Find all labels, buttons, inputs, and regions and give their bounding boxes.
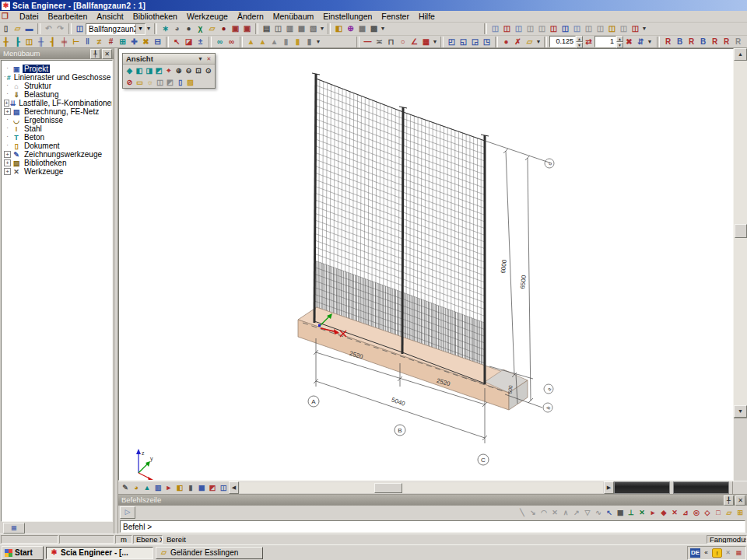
solver-icon[interactable]: ▲ bbox=[269, 37, 280, 47]
horizontal-scroll-track[interactable] bbox=[240, 482, 603, 493]
rb-icon-6[interactable]: R bbox=[721, 37, 732, 47]
minus-box-icon[interactable]: ⊟ bbox=[153, 37, 163, 47]
document-icon[interactable]: ▮ bbox=[293, 37, 303, 47]
redo-icon[interactable]: ↷ bbox=[55, 23, 66, 34]
snap-folder-icon[interactable]: ▱ bbox=[724, 508, 735, 518]
view-panel-7-icon[interactable]: ◫ bbox=[560, 23, 571, 34]
side-view-icon[interactable]: ◨ bbox=[145, 65, 154, 75]
beam-icon[interactable]: ┠ bbox=[12, 37, 23, 47]
support-icon[interactable]: ⊢ bbox=[71, 37, 82, 47]
erase-icon[interactable]: ◪ bbox=[184, 37, 195, 47]
vertical-scroll-track[interactable] bbox=[734, 61, 747, 405]
select-arrow-icon[interactable]: ↖ bbox=[172, 37, 183, 47]
expand-icon[interactable]: + bbox=[4, 159, 11, 166]
scroll-right-icon[interactable]: ▶ bbox=[604, 481, 614, 494]
sidebar-item-projekt[interactable]: ·▣Projekt bbox=[2, 65, 112, 73]
axes-view-icon[interactable]: ⌖ bbox=[164, 65, 174, 75]
view-panel-3-icon[interactable]: ◫ bbox=[514, 23, 524, 34]
cross-link-icon[interactable]: ≠ bbox=[94, 37, 105, 47]
modify-icon[interactable]: ± bbox=[195, 37, 206, 47]
menu-item-werkzeuge[interactable]: Werkzeuge bbox=[182, 12, 233, 21]
new-icon[interactable]: ▯ bbox=[1, 23, 12, 34]
multiplier-spin-arrows[interactable]: ▲▼ bbox=[616, 36, 623, 47]
cleaner-icon[interactable]: ▮ bbox=[304, 37, 315, 47]
sidebar-item-beton[interactable]: ·TBeton bbox=[2, 133, 112, 142]
rb-icon-2[interactable]: B bbox=[675, 37, 686, 47]
strip-back-icon[interactable]: ◀ bbox=[229, 481, 239, 494]
command-input[interactable] bbox=[121, 521, 745, 532]
sidebar-item-struktur[interactable]: ·⌂Struktur bbox=[2, 82, 112, 90]
chain-icon[interactable]: ∗ bbox=[160, 23, 171, 34]
dropdown-icon[interactable]: ▼ bbox=[535, 37, 542, 47]
snap-wave-icon[interactable]: ∿ bbox=[594, 508, 604, 518]
view-panel-12-icon[interactable]: ◫ bbox=[619, 23, 630, 34]
sidebar-item-berechnung-fe-netz[interactable]: +▤Berechnung, FE-Netz bbox=[2, 107, 112, 116]
snap-arc-icon[interactable]: ◠ bbox=[539, 508, 549, 518]
copy-icon[interactable]: ◰ bbox=[447, 37, 458, 47]
center-snap-icon[interactable]: ◎ bbox=[692, 508, 702, 518]
settings-icon[interactable]: ▩ bbox=[369, 23, 380, 34]
menu-item-einstellungen[interactable]: Einstellungen bbox=[318, 12, 377, 21]
cross-del-icon[interactable]: ✖ bbox=[141, 37, 152, 47]
dot-red-icon[interactable]: ● bbox=[501, 37, 512, 47]
light-icon[interactable]: ☼ bbox=[146, 77, 155, 87]
chart-mode-icon[interactable]: ▥ bbox=[153, 483, 163, 493]
scroll-up-icon[interactable]: ▲ bbox=[734, 48, 747, 61]
top-view-icon[interactable]: ◩ bbox=[155, 65, 164, 75]
view-panel-13-icon[interactable]: ◫ bbox=[630, 23, 641, 34]
rb-icon-7[interactable]: R bbox=[733, 37, 744, 47]
taskbar-task-folder[interactable]: ▱ Geländer Esslingen bbox=[156, 547, 263, 559]
panel-red-icon[interactable]: ▣ bbox=[230, 23, 241, 34]
report-icon[interactable]: ▧ bbox=[308, 23, 319, 34]
plate-icon[interactable]: ◫ bbox=[24, 37, 35, 47]
sidebar-item-zeichnungswerkzeuge[interactable]: +✎Zeichnungswerkzeuge bbox=[2, 150, 112, 159]
section-icon[interactable]: ◧ bbox=[175, 483, 185, 493]
menu-item-bibliotheken[interactable]: Bibliotheken bbox=[128, 12, 182, 21]
snap-ne-icon[interactable]: ↗ bbox=[572, 508, 582, 518]
sidebar-item-stahl[interactable]: ·IStahl bbox=[2, 124, 112, 133]
calc-node-icon[interactable]: ▲ bbox=[246, 37, 257, 47]
sidebar-item-dokument[interactable]: ·▯Dokument bbox=[2, 142, 112, 150]
zoom-doc-icon[interactable]: ⊕ bbox=[345, 23, 356, 34]
circle-icon[interactable]: ○ bbox=[398, 37, 409, 47]
security-shield-icon[interactable]: ! bbox=[712, 548, 722, 558]
raster-icon[interactable]: ▦ bbox=[421, 37, 432, 47]
ball-red-icon[interactable]: ● bbox=[219, 23, 230, 34]
clipping-icon[interactable]: ▯ bbox=[176, 77, 185, 87]
status-plane[interactable]: Ebene XY bbox=[133, 535, 163, 544]
rib-icon[interactable]: ┨ bbox=[47, 37, 58, 47]
view-panel-1-icon[interactable]: ◫ bbox=[490, 23, 501, 34]
hidden-lines-icon[interactable]: ◫ bbox=[156, 77, 165, 87]
doc-view-icon[interactable]: ▮ bbox=[186, 483, 196, 493]
close-icon[interactable]: ✕ bbox=[205, 55, 213, 63]
open-icon[interactable]: ▱ bbox=[12, 23, 23, 34]
table-icon[interactable]: ▦ bbox=[357, 23, 368, 34]
sidebar-item-linienraster-und-geschosse[interactable]: ·#Linienraster und Geschosse bbox=[2, 73, 112, 82]
view-params-icon[interactable]: ▨ bbox=[186, 77, 195, 87]
pin-icon[interactable]: ╀ bbox=[90, 49, 100, 59]
view-panel-9-icon[interactable]: ◫ bbox=[584, 23, 594, 34]
menu-item-bearbeiten[interactable]: Bearbeiten bbox=[44, 12, 93, 21]
panel-red2-icon[interactable]: ▣ bbox=[242, 23, 253, 34]
sidebar-item-belastung[interactable]: ·⇓Belastung bbox=[2, 90, 112, 99]
snap-table-icon[interactable]: ⊞ bbox=[735, 508, 745, 518]
view-panel-5-icon[interactable]: ◫ bbox=[537, 23, 548, 34]
scale-spin-arrows[interactable]: ▲▼ bbox=[576, 36, 583, 47]
dropdown-icon[interactable]: ▼ bbox=[641, 23, 647, 34]
taskbar-task-scia[interactable]: ✱ Scia Engineer - [... bbox=[46, 547, 153, 559]
language-indicator[interactable]: DE bbox=[690, 548, 700, 558]
open-box-icon[interactable]: ⊞ bbox=[117, 37, 128, 47]
axo-view-icon[interactable]: ◈ bbox=[125, 65, 135, 75]
cut-icon[interactable]: ✗ bbox=[513, 37, 524, 47]
snap-tri-icon[interactable]: ▽ bbox=[583, 508, 593, 518]
view-panel-6-icon[interactable]: ◫ bbox=[549, 23, 559, 34]
view-palette-title-bar[interactable]: Ansicht ▼ ✕ bbox=[123, 54, 215, 65]
sidebar-item-werkzeuge[interactable]: +✕Werkzeuge bbox=[2, 167, 112, 176]
expand-icon[interactable]: + bbox=[4, 168, 11, 175]
zoom-all-icon[interactable]: ⊙ bbox=[204, 65, 213, 75]
pin-icon[interactable]: ╀ bbox=[724, 495, 734, 506]
results-icon[interactable]: ▮ bbox=[281, 37, 292, 47]
cube-view-icon[interactable]: ◩ bbox=[208, 483, 218, 493]
calculator-icon[interactable]: ◧ bbox=[334, 23, 345, 34]
pointer-mode-icon[interactable]: ◕ bbox=[132, 483, 142, 493]
